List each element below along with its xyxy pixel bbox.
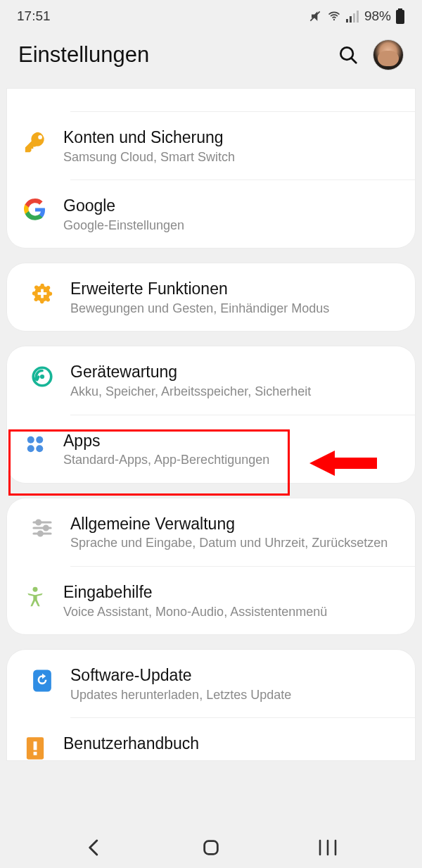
item-sub: Google-Einstellungen: [63, 218, 399, 234]
settings-card: Allgemeine Verwaltung Sprache und Eingab…: [7, 498, 415, 634]
software-update-icon: [31, 668, 53, 693]
svg-line-9: [352, 58, 356, 63]
item-sub: Akku, Speicher, Arbeitsspeicher, Sicherh…: [70, 384, 399, 400]
page-title: Einstellungen: [18, 42, 149, 68]
item-sub: Voice Assistant, Mono-Audio, Assistenten…: [63, 604, 399, 620]
battery-icon: [395, 8, 405, 24]
item-sub: Standard-Apps, App-Berechtigungen: [63, 452, 399, 468]
item-title: Konten und Sicherung: [63, 127, 399, 148]
settings-item-wartung[interactable]: Gerätewartung Akku, Speicher, Arbeitsspe…: [7, 346, 415, 414]
svg-rect-7: [396, 10, 404, 24]
profile-avatar[interactable]: [373, 39, 404, 70]
svg-rect-11: [38, 292, 47, 295]
google-icon: [24, 199, 46, 221]
item-title: Software-Update: [70, 665, 399, 686]
svg-point-21: [44, 526, 48, 530]
settings-list: Konten und Sicherung Samsung Cloud, Smar…: [0, 89, 422, 835]
item-title: Apps: [63, 431, 399, 451]
battery-percent: 98%: [364, 8, 391, 24]
item-sub: Sprache und Eingabe, Datum und Uhrzeit, …: [70, 535, 399, 551]
svg-point-16: [27, 445, 34, 452]
settings-card: Software-Update Updates herunterladen, L…: [7, 650, 415, 760]
search-icon[interactable]: [338, 44, 359, 65]
item-title: Gerätewartung: [70, 362, 399, 382]
settings-item-apps[interactable]: Apps Standard-Apps, App-Berechtigungen: [70, 415, 415, 483]
settings-card: Erweiterte Funktionen Bewegungen und Ges…: [7, 263, 415, 331]
svg-point-17: [36, 445, 43, 452]
svg-point-15: [36, 436, 43, 443]
svg-rect-4: [353, 13, 355, 23]
navigation-bar: [0, 827, 422, 868]
item-sub: Updates herunterladen, Letztes Update: [70, 687, 399, 703]
svg-point-14: [27, 436, 34, 443]
svg-rect-30: [205, 841, 218, 855]
signal-icon: [346, 10, 360, 23]
settings-item-google[interactable]: Google Google-Einstellungen: [70, 180, 415, 248]
home-button[interactable]: [201, 838, 221, 857]
settings-card: Konten und Sicherung Samsung Cloud, Smar…: [7, 89, 415, 248]
svg-rect-6: [398, 8, 402, 10]
back-button[interactable]: [84, 837, 105, 858]
item-sub: Bewegungen und Gesten, Einhändiger Modus: [70, 301, 399, 317]
svg-point-13: [40, 375, 44, 379]
settings-item-partial[interactable]: [7, 89, 415, 111]
item-title: Allgemeine Verwaltung: [70, 514, 399, 534]
settings-item-konten[interactable]: Konten und Sicherung Samsung Cloud, Smar…: [70, 111, 415, 180]
svg-rect-25: [33, 670, 51, 692]
header: Einstellungen: [0, 32, 422, 89]
recents-button[interactable]: [317, 838, 338, 857]
key-icon: [23, 130, 47, 154]
svg-rect-28: [34, 752, 37, 755]
item-title: Eingabehilfe: [63, 582, 399, 603]
sliders-icon: [31, 517, 53, 539]
item-sub: Samsung Cloud, Smart Switch: [63, 149, 399, 165]
settings-item-erweitert[interactable]: Erweiterte Funktionen Bewegungen und Ges…: [7, 263, 415, 331]
settings-item-eingabehilfe[interactable]: Eingabehilfe Voice Assistant, Mono-Audio…: [70, 566, 415, 634]
svg-rect-2: [346, 19, 348, 23]
user-manual-icon: [25, 736, 46, 760]
item-title: Benutzerhandbuch: [63, 734, 399, 754]
device-care-icon: [30, 365, 54, 389]
mute-icon: [308, 9, 322, 23]
svg-point-23: [38, 532, 42, 536]
status-time: 17:51: [17, 8, 51, 24]
item-title: Google: [63, 196, 399, 216]
accessibility-person-icon: [24, 585, 46, 609]
settings-item-handbuch[interactable]: Benutzerhandbuch: [70, 717, 415, 760]
gear-plus-icon: [30, 282, 54, 306]
svg-point-19: [37, 520, 41, 524]
svg-point-1: [333, 19, 335, 20]
svg-rect-27: [34, 741, 37, 750]
settings-item-update[interactable]: Software-Update Updates herunterladen, L…: [7, 650, 415, 717]
apps-icon: [25, 434, 46, 455]
svg-rect-5: [357, 11, 359, 23]
svg-rect-3: [350, 16, 352, 23]
status-right: 98%: [308, 8, 405, 24]
item-title: Erweiterte Funktionen: [70, 279, 399, 299]
settings-card: Gerätewartung Akku, Speicher, Arbeitsspe…: [7, 346, 415, 482]
svg-point-24: [33, 587, 38, 592]
wifi-icon: [326, 9, 342, 23]
status-bar: 17:51 98%: [0, 0, 422, 32]
settings-item-allgemein[interactable]: Allgemeine Verwaltung Sprache und Eingab…: [7, 498, 415, 566]
